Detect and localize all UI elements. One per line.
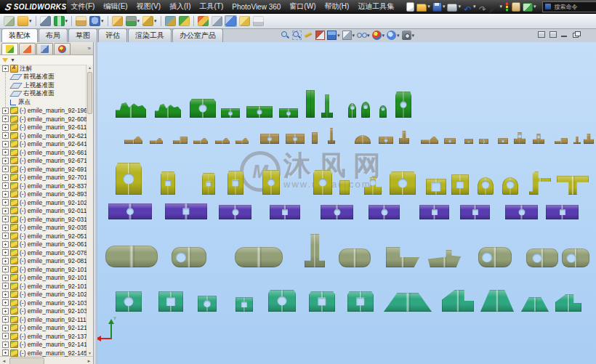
expander-icon[interactable] xyxy=(2,65,9,72)
expander-icon[interactable] xyxy=(2,116,9,122)
part-purple-5[interactable] xyxy=(321,205,353,219)
vertical-scroll-thumb[interactable] xyxy=(87,72,92,114)
tree-item-16[interactable]: (-) emile_maurin_92-893 xyxy=(2,190,86,199)
doc-restore-button-4[interactable] xyxy=(572,31,580,38)
tree-item-4[interactable]: 右视基准面 xyxy=(2,90,86,99)
part-green-12[interactable] xyxy=(395,92,411,118)
tree-item-10[interactable]: (-) emile_maurin_92-641 xyxy=(2,140,86,149)
part-teal-6[interactable] xyxy=(309,291,335,312)
file-properties-button[interactable] xyxy=(511,1,521,12)
expander-icon[interactable] xyxy=(2,174,9,181)
part-tan-13[interactable] xyxy=(399,131,409,144)
part-olive-9[interactable] xyxy=(390,171,416,195)
part-tan-17[interactable] xyxy=(479,139,488,144)
tree-item-12[interactable]: (-) emile_maurin_92-671 xyxy=(2,157,86,166)
part-sage-9[interactable] xyxy=(526,248,558,267)
tree-item-31[interactable]: (-) emile_maurin_92-111 xyxy=(2,315,86,324)
expander-icon[interactable] xyxy=(2,291,9,298)
part-sage-8[interactable] xyxy=(478,247,512,267)
part-tan-15[interactable] xyxy=(444,138,456,144)
tree-item-33[interactable]: (-) emile_maurin_92-137 xyxy=(2,332,86,341)
expander-icon[interactable] xyxy=(2,258,9,264)
expander-icon[interactable] xyxy=(2,182,9,189)
part-tan-19[interactable] xyxy=(514,132,525,144)
tree-item-20[interactable]: (-) emile_maurin_92-035 xyxy=(2,224,86,232)
doc-frame-button-2[interactable] xyxy=(549,31,557,38)
tree-item-2[interactable]: 前视基准面 xyxy=(2,73,86,82)
tree-item-5[interactable]: 原点 xyxy=(2,98,86,107)
tree-item-8[interactable]: (-) emile_maurin_92-611 xyxy=(2,124,86,132)
part-tan-14[interactable] xyxy=(421,137,438,144)
panel-tab-property-manager[interactable] xyxy=(19,43,36,54)
exploded-view-button[interactable] xyxy=(197,15,209,27)
part-tan-23[interactable] xyxy=(584,134,594,144)
part-teal-2[interactable] xyxy=(158,291,183,312)
tab-布局[interactable]: 布局 xyxy=(39,28,68,42)
part-purple-1[interactable] xyxy=(108,203,152,219)
part-tan-11[interactable] xyxy=(355,135,371,144)
menu-item-8[interactable]: 帮助(H) xyxy=(320,1,353,12)
part-green-7[interactable] xyxy=(306,90,315,118)
part-olive-11[interactable] xyxy=(451,174,469,195)
part-sage-3[interactable] xyxy=(235,247,283,267)
expander-icon[interactable] xyxy=(2,341,9,348)
part-purple-3[interactable] xyxy=(219,205,251,219)
tab-装配体[interactable]: 装配体 xyxy=(1,28,38,42)
tree-item-14[interactable]: (-) emile_maurin_92-701 xyxy=(2,174,86,182)
part-purple-9[interactable] xyxy=(505,205,538,219)
undo-button[interactable]: ▾ xyxy=(462,1,477,12)
part-olive-10[interactable] xyxy=(426,179,446,195)
tree-item-3[interactable]: 上视基准面 xyxy=(2,81,86,90)
graphics-viewport[interactable]: M 沐风网 www.mfcad.com Y xyxy=(97,42,596,364)
part-tan-7[interactable] xyxy=(260,134,279,144)
tree-item-13[interactable]: (-) emile_maurin_92-691 xyxy=(2,165,86,174)
expander-icon[interactable] xyxy=(2,199,9,206)
view-settings-button[interactable]: ▾ xyxy=(387,31,400,40)
part-teal-9[interactable] xyxy=(442,290,474,312)
part-tan-3[interactable] xyxy=(173,137,188,144)
view-orientation-button[interactable]: ▾ xyxy=(327,31,340,40)
open-button[interactable]: ▾ xyxy=(416,1,431,12)
part-sage-4[interactable] xyxy=(305,234,325,267)
part-tan-16[interactable] xyxy=(464,139,473,144)
expander-icon[interactable] xyxy=(2,232,9,239)
expander-icon[interactable] xyxy=(2,266,9,272)
part-tan-8[interactable] xyxy=(286,134,305,144)
panel-tab-configuration-manager[interactable] xyxy=(36,43,53,54)
insert-components-button[interactable]: ▾ xyxy=(17,15,33,27)
interference-detection-button[interactable] xyxy=(225,15,237,27)
part-green-9[interactable] xyxy=(348,103,356,118)
part-olive-8[interactable] xyxy=(364,177,382,195)
tree-item-25[interactable]: (-) emile_maurin_92-101 xyxy=(2,265,86,274)
mate-button[interactable] xyxy=(39,15,52,27)
part-tan-2[interactable] xyxy=(150,138,163,144)
show-hidden-components-button[interactable] xyxy=(111,15,124,27)
part-tan-21[interactable] xyxy=(555,138,568,144)
part-purple-10[interactable] xyxy=(546,205,579,219)
expander-icon[interactable] xyxy=(2,141,9,147)
part-sage-6[interactable] xyxy=(386,247,419,267)
expander-icon[interactable] xyxy=(2,132,9,139)
part-tan-18[interactable] xyxy=(498,138,508,144)
section-view-button[interactable] xyxy=(315,31,325,40)
tab-评估[interactable]: 评估 xyxy=(98,28,127,42)
part-green-5[interactable] xyxy=(246,106,273,118)
part-teal-4[interactable] xyxy=(235,297,253,312)
smart-fasteners-button[interactable] xyxy=(75,15,87,27)
part-olive-12[interactable] xyxy=(478,177,494,195)
part-tan-10[interactable] xyxy=(328,128,335,144)
expander-icon[interactable] xyxy=(2,275,9,281)
doc-min-button-3[interactable] xyxy=(560,31,568,38)
assembly-settings-button[interactable] xyxy=(252,15,265,27)
expander-icon[interactable] xyxy=(2,283,9,289)
part-tan-5[interactable] xyxy=(215,138,230,144)
expander-icon[interactable] xyxy=(2,325,9,331)
take-snapshot-button[interactable] xyxy=(238,15,251,27)
part-green-3[interactable] xyxy=(190,99,216,118)
part-tan-6[interactable] xyxy=(235,138,249,144)
part-purple-8[interactable] xyxy=(460,205,490,219)
camera-button[interactable]: ▾ xyxy=(402,31,415,40)
part-olive-14[interactable] xyxy=(529,171,551,195)
tree-item-27[interactable]: (-) emile_maurin_92-101 xyxy=(2,282,86,291)
part-olive-4[interactable] xyxy=(227,171,243,195)
